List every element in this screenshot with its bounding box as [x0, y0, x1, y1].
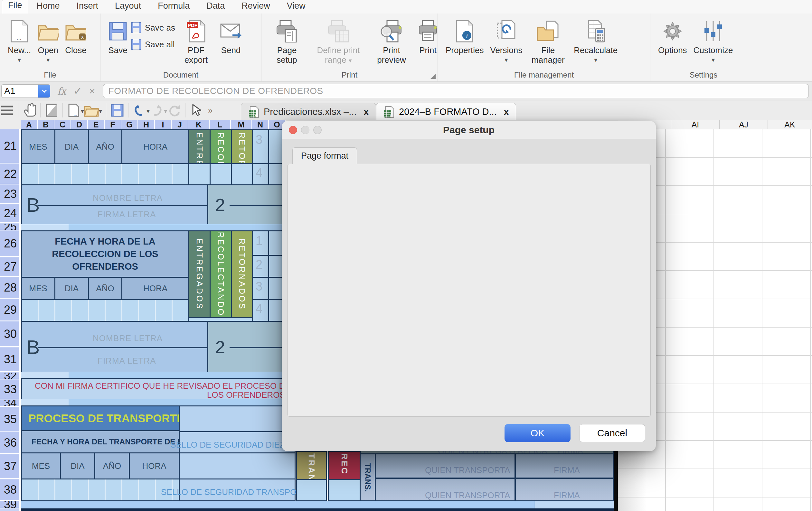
dialog-title-bar[interactable]: Page setup [282, 121, 656, 139]
new-doc-icon[interactable]: ... [67, 102, 81, 118]
cell-strip34-left[interactable] [21, 399, 68, 406]
menu-view[interactable]: View [279, 0, 314, 13]
cell-mes-2[interactable]: MES [21, 277, 55, 300]
cell-entregados[interactable]: ENTREGADOS [188, 231, 210, 318]
cell-strip25[interactable] [68, 224, 296, 231]
dropdown-caret-icon[interactable]: ▾ [81, 108, 84, 114]
col-header-ak[interactable]: AK [768, 120, 812, 129]
open-button[interactable]: Open ▾ [34, 17, 62, 65]
row-header-29[interactable]: 29 [0, 299, 19, 321]
tab-close-icon[interactable]: x [364, 107, 369, 117]
tab-2024-b-formato[interactable]: x 2024–B FORMATO D... x [376, 103, 516, 121]
col-header-b[interactable]: B [38, 120, 54, 129]
col-header-n[interactable]: N [252, 120, 269, 129]
cell-m22[interactable] [231, 163, 253, 185]
cell-recolectando-tail[interactable]: RECOLECTANDO [210, 129, 232, 164]
col-header-ai[interactable]: AI [671, 120, 720, 129]
col-header-k[interactable]: K [188, 120, 210, 129]
cell-entregados-tail[interactable]: ENTREGADOS [188, 129, 210, 164]
print-group-dialog-launcher[interactable] [431, 74, 436, 79]
col-header-aj[interactable]: AJ [720, 120, 768, 129]
row-header-35[interactable]: 35 [0, 408, 19, 431]
col-header-c[interactable]: C [54, 120, 71, 129]
menu-insert[interactable]: Insert [68, 0, 107, 13]
cancel-button[interactable]: Cancel [579, 424, 645, 442]
cell-l22[interactable] [210, 163, 232, 185]
row-header-38[interactable]: 38 [0, 479, 19, 501]
cell-retornados[interactable]: RETORNADOS [231, 231, 253, 318]
dropdown-caret-icon[interactable]: ▾ [594, 57, 597, 63]
row-header-30[interactable]: 30 [0, 322, 19, 347]
cell-fecha-recoleccion[interactable]: FECHA Y HORA DE LA RECOLECCION DE LOS OF… [21, 231, 189, 278]
cell-signature-block-1[interactable]: B NOMBRE LETRA FIRMA LETRA 2 [21, 184, 296, 225]
menu-review[interactable]: Review [233, 0, 279, 13]
col-header-g[interactable]: G [121, 120, 138, 129]
formula-input[interactable]: FORMATO DE RECOLECCION DE OFRENDEROS [103, 84, 809, 98]
row-header-26[interactable]: 26 [0, 231, 19, 257]
cell-transp-bar[interactable]: TRANSP [296, 451, 327, 480]
file-manager-button[interactable]: File manager [525, 17, 571, 67]
cursor-icon[interactable] [189, 102, 203, 118]
cell-proceso-transporte[interactable]: PROCESO DE TRANSPORTE GENERAL [21, 405, 180, 431]
dropdown-caret-icon[interactable]: ▾ [504, 57, 508, 63]
cell-empty-row22[interactable] [21, 163, 189, 185]
cell-dia-2[interactable]: DIA [54, 277, 89, 300]
row-header-37[interactable]: 37 [0, 454, 19, 479]
cell-ano-3[interactable]: AÑO [94, 452, 130, 479]
cell-mes-1[interactable]: MES [21, 129, 55, 164]
cell-strip39-right[interactable] [534, 501, 614, 508]
cell-under-transp[interactable] [296, 479, 327, 501]
col-header-j[interactable]: J [172, 120, 188, 129]
col-header-i[interactable]: I [155, 120, 172, 129]
cell-empty-row29[interactable] [21, 299, 189, 322]
menu-home[interactable]: Home [28, 0, 68, 13]
col-header-l[interactable]: L [210, 120, 231, 129]
zoom-traffic-light[interactable] [313, 126, 322, 134]
cell-reference[interactable]: A1 [2, 86, 38, 96]
cell-dia-1[interactable]: DIA [54, 129, 89, 164]
row-header-24[interactable]: 24 [0, 204, 19, 223]
recalculate-button[interactable]: Recalculate ▾ [571, 17, 621, 65]
function-wizard-icon[interactable]: fx [57, 86, 66, 97]
menu-icon[interactable] [0, 102, 14, 118]
row-header-33[interactable]: 33 [0, 380, 19, 399]
close-button[interactable]: x Close [62, 17, 89, 57]
tab-close-icon[interactable]: x [504, 107, 509, 117]
send-button[interactable]: Send [217, 17, 245, 57]
new-button[interactable]: ... New... ▾ [4, 17, 34, 65]
cell-strip39[interactable] [21, 501, 534, 508]
cell-hora-3[interactable]: HORA [129, 452, 180, 479]
cell-strip34[interactable] [68, 399, 296, 406]
tab-predicaciones[interactable]: x Predicaciones.xlsx –... x [241, 103, 376, 121]
row-header-21[interactable]: 21 [0, 129, 19, 163]
open-icon[interactable] [84, 102, 99, 118]
col-header-h[interactable]: H [138, 120, 155, 129]
cell-strip25-left[interactable] [21, 224, 68, 231]
row-header-25[interactable]: 25 [0, 223, 19, 231]
dropdown-caret-icon[interactable]: ▾ [712, 57, 715, 63]
contrast-view-icon[interactable] [45, 102, 59, 118]
cell-under-rec[interactable] [328, 479, 360, 501]
print-preview-button[interactable]: Print preview [369, 17, 414, 67]
cell-dia-3[interactable]: DIA [60, 452, 95, 479]
cell-empty-row38[interactable] [21, 479, 180, 501]
row-header-27[interactable]: 27 [0, 258, 19, 277]
row-header-39[interactable]: 39 [0, 501, 19, 508]
dropdown-caret-icon[interactable]: ▾ [99, 108, 102, 114]
cell-k22[interactable] [188, 163, 210, 185]
cell-mes-3[interactable]: MES [21, 452, 61, 479]
ok-button[interactable]: OK [504, 424, 571, 442]
versions-button[interactable]: Versions ▾ [487, 17, 526, 65]
save-icon[interactable] [110, 102, 124, 118]
row-header-31[interactable]: 31 [0, 348, 19, 372]
col-header-m[interactable]: M [231, 120, 252, 129]
row-header-32[interactable]: 32 [0, 372, 19, 380]
menu-layout[interactable]: Layout [107, 0, 149, 13]
cell-signature-block-2[interactable]: B NOMBRE LETRA FIRMA LETRA 2 [21, 321, 296, 372]
cell-strip32[interactable] [68, 372, 296, 379]
cell-sello-top[interactable] [179, 405, 296, 432]
row-header-34[interactable]: 34 [0, 400, 19, 407]
row-header-22[interactable]: 22 [0, 164, 19, 184]
col-header-e[interactable]: E [88, 120, 105, 129]
col-header-d[interactable]: D [71, 120, 88, 129]
